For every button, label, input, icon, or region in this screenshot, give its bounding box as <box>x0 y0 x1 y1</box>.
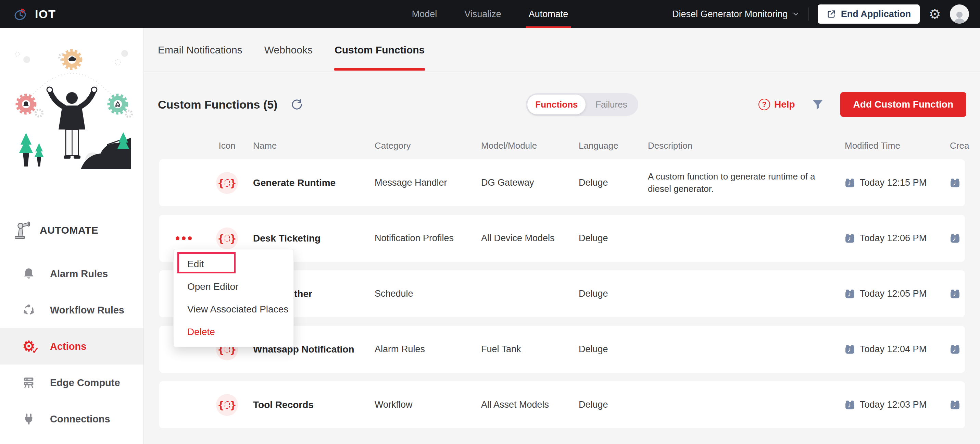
avatar[interactable] <box>950 5 969 24</box>
row-modified-time: Today 12:06 PM <box>845 233 950 244</box>
app-selector-label: Diesel Generator Monitoring <box>672 9 788 19</box>
row-modified-time: Today 12:15 PM <box>845 177 950 188</box>
sidebar-item-actions[interactable]: ⚙✓ Actions <box>0 328 143 364</box>
col-modified-time: Modified Time <box>845 141 950 151</box>
brand-label: IOT <box>35 8 56 21</box>
row-model: Fuel Tank <box>481 344 579 355</box>
row-model: DG Gateway <box>481 177 579 188</box>
page-title: Custom Functions (5) <box>158 98 277 111</box>
sidebar-item-label: Connections <box>50 414 110 425</box>
sidebar-item-workflow-rules[interactable]: Workflow Rules <box>0 292 143 328</box>
robot-arm-icon <box>12 221 32 240</box>
brand: IOT <box>12 6 56 22</box>
help-link[interactable]: Help <box>759 99 795 110</box>
row-language: Deluge <box>579 399 648 410</box>
sidebar-item-alarm-rules[interactable]: Alarm Rules <box>0 256 143 292</box>
functions-failures-toggle: Functions Failures <box>526 93 638 116</box>
clock-icon <box>845 400 855 410</box>
server-icon <box>21 376 36 390</box>
code-braces-icon <box>216 394 238 416</box>
row-category: Alarm Rules <box>375 344 481 355</box>
row-language: Deluge <box>579 177 648 188</box>
automation-illustration <box>5 32 139 185</box>
refresh-icon[interactable] <box>290 98 303 111</box>
bell-icon <box>21 267 36 281</box>
gear-icon[interactable]: ⚙ <box>929 7 941 21</box>
clock-icon <box>950 344 960 355</box>
sidebar-item-edge-compute[interactable]: Edge Compute <box>0 364 143 401</box>
row-category: Schedule <box>375 289 481 299</box>
row-modified-time: Today 12:04 PM <box>845 344 950 355</box>
external-link-icon <box>827 9 836 19</box>
tab-webhooks[interactable]: Webhooks <box>264 28 313 72</box>
sidebar-item-connections[interactable]: Connections <box>0 401 143 437</box>
row-description: A custom function to generate runtime of… <box>648 171 834 195</box>
row-name: Desk Ticketing <box>253 233 375 244</box>
sidebar-item-label: Actions <box>50 341 86 352</box>
funnel-filter-icon[interactable] <box>811 98 824 111</box>
sidebar-section-label: AUTOMATE <box>40 224 98 236</box>
row-model: All Device Models <box>481 233 579 244</box>
gear-check-icon: ⚙✓ <box>21 339 36 353</box>
topbar: IOT Model Visualize Automate Diesel Gene… <box>0 0 980 28</box>
iot-globe-logo <box>12 6 29 22</box>
menu-item-edit[interactable]: Edit <box>173 253 293 275</box>
row-category: Notification Profiles <box>375 233 481 244</box>
row-category: Message Handler <box>375 177 481 188</box>
table-header: Icon Name Category Model/Module Language… <box>159 137 965 154</box>
row-created-time: T <box>950 289 965 299</box>
main-content: Email Notifications Webhooks Custom Func… <box>144 28 980 444</box>
row-name: Tool Records <box>253 399 375 410</box>
nav-automate[interactable]: Automate <box>529 0 568 28</box>
row-name: Generate Runtime <box>253 177 375 188</box>
workflow-icon <box>21 303 36 317</box>
add-custom-function-button[interactable]: Add Custom Function <box>840 92 966 117</box>
toolbar-right: Help Add Custom Function <box>759 92 966 117</box>
row-language: Deluge <box>579 344 648 355</box>
nav-model[interactable]: Model <box>412 0 437 28</box>
clock-icon <box>950 233 960 244</box>
app-selector[interactable]: Diesel Generator Monitoring <box>672 9 800 19</box>
row-created-time: T <box>950 344 965 355</box>
sidebar: AUTOMATE Alarm Rules <box>0 28 144 444</box>
help-label: Help <box>774 99 795 110</box>
clock-icon <box>845 233 855 244</box>
row-model: All Asset Models <box>481 399 579 410</box>
col-created: Crea <box>950 141 969 151</box>
table-row[interactable]: Generate Runtime Message Handler DG Gate… <box>159 159 965 206</box>
help-icon <box>759 99 770 110</box>
plug-icon <box>21 412 36 426</box>
toggle-failures[interactable]: Failures <box>585 99 637 110</box>
menu-item-delete[interactable]: Delete <box>173 321 293 343</box>
top-navigation: Model Visualize Automate <box>412 0 568 28</box>
sidebar-menu: Alarm Rules Workflow Rules ⚙✓ Action <box>0 256 143 444</box>
col-model-module: Model/Module <box>481 141 579 151</box>
row-modified-time: Today 12:03 PM <box>845 399 950 410</box>
iot-automate-page: IOT Model Visualize Automate Diesel Gene… <box>0 0 980 444</box>
menu-item-open-editor[interactable]: Open Editor <box>173 275 293 298</box>
sidebar-item-label: Edge Compute <box>50 377 120 388</box>
clock-icon <box>845 289 855 299</box>
end-application-button[interactable]: End Application <box>818 5 920 24</box>
row-created-time: T <box>950 399 965 410</box>
chevron-down-icon <box>792 10 800 18</box>
clock-icon <box>950 400 960 410</box>
row-language: Deluge <box>579 289 648 299</box>
nav-visualize[interactable]: Visualize <box>464 0 501 28</box>
row-created-time: T <box>950 233 965 244</box>
menu-item-view-associated-places[interactable]: View Associated Places <box>173 298 293 321</box>
col-icon: Icon <box>201 141 253 151</box>
tab-email-notifications[interactable]: Email Notifications <box>158 28 242 72</box>
clock-icon <box>950 178 960 188</box>
red-kebab-dots[interactable] <box>176 236 201 240</box>
table-row[interactable]: Tool Records Workflow All Asset Models D… <box>159 381 965 428</box>
col-name: Name <box>253 141 375 151</box>
sidebar-item-notification-profiles[interactable]: Notification Profiles <box>0 437 143 444</box>
clock-icon <box>845 344 855 355</box>
toggle-functions[interactable]: Functions <box>527 94 585 114</box>
tab-custom-functions[interactable]: Custom Functions <box>334 28 425 72</box>
col-category: Category <box>375 141 481 151</box>
row-context-menu: Edit Open Editor View Associated Places … <box>173 249 294 347</box>
tab-bar: Email Notifications Webhooks Custom Func… <box>144 28 980 72</box>
row-created-time: T <box>950 177 965 188</box>
